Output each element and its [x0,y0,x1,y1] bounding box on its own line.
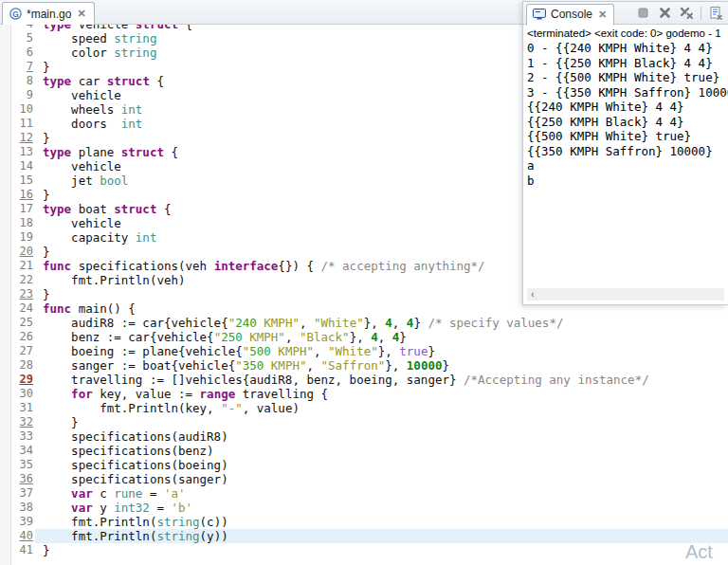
code-line-text[interactable]: audiR8 := car{vehicle{"240 KMPH", "White… [35,316,728,330]
console-output[interactable]: 0 - {{240 KMPH White} 4 4}1 - {{250 KMPH… [523,40,728,188]
code-line-text[interactable]: sanger := boat{vehicle{"350 KMPH", "Saff… [35,358,728,373]
close-icon[interactable]: ✕ [76,8,86,20]
line-number[interactable]: 34 [12,444,35,458]
line-number[interactable]: 36 [12,472,35,486]
line-number[interactable]: 24 [12,301,35,316]
code-line-text[interactable]: } [35,543,728,557]
close-icon[interactable]: ✕ [597,9,608,21]
scroll-left-icon[interactable]: ‹ [527,289,535,300]
console-line: {{250 KMPH Black} 4 4} [527,115,728,130]
code-line-text[interactable]: fmt.Println(key, "-", value) [35,401,728,415]
line-number[interactable]: 8 [12,74,35,88]
code-line-text[interactable]: var y int32 = 'b' [35,501,728,515]
code-line[interactable]: 38 var y int32 = 'b' [12,501,728,515]
code-line[interactable]: 26 benz := car{vehicle{"250 KMPH", "Blac… [12,330,728,344]
code-line[interactable]: 41} [12,543,728,557]
code-line-text[interactable]: var c rune = 'a' [35,486,728,501]
code-line[interactable]: 28 sanger := boat{vehicle{"350 KMPH", "S… [12,358,728,373]
console-tab-label: Console [551,8,592,21]
line-number[interactable]: 5 [12,31,35,46]
line-number[interactable]: 27 [12,344,35,358]
line-number[interactable]: 40 [12,529,35,543]
line-number[interactable]: 16 [12,188,35,202]
tab-console[interactable]: Console ✕ [526,4,614,26]
code-line-text[interactable]: boeing := plane{vehicle{"500 KMPH", "Whi… [35,344,728,358]
go-file-icon: G [9,8,22,20]
line-number[interactable]: 20 [12,245,35,259]
line-number[interactable]: 30 [12,387,35,401]
console-line: 2 - {{500 KMPH White} true} [527,70,728,85]
line-number[interactable]: 21 [12,259,35,273]
code-line[interactable]: 34 specifications(benz) [12,444,728,458]
code-line[interactable]: 36 specifications(sanger) [12,472,728,486]
code-line[interactable]: 37 var c rune = 'a' [12,486,728,501]
code-line-text[interactable]: specifications(audiR8) [35,429,728,444]
code-line-text[interactable]: fmt.Println(string(c)) [35,515,728,529]
code-line-text[interactable]: specifications(sanger) [35,472,728,486]
line-number[interactable]: 18 [12,216,35,230]
line-number[interactable]: 28 [12,358,35,373]
line-number[interactable]: 17 [12,202,35,216]
tab-main-go[interactable]: G *main.go ✕ [2,2,95,25]
line-number[interactable]: 37 [12,486,35,501]
console-line: {{500 KMPH White} true} [527,129,728,144]
line-number[interactable]: 11 [12,117,35,131]
console-line: 1 - {{250 KMPH Black} 4 4} [527,56,728,71]
console-line: 0 - {{240 KMPH White} 4 4} [527,41,728,56]
line-number[interactable]: 38 [12,501,35,515]
terminate-icon[interactable] [635,6,650,21]
code-line[interactable]: 33 specifications(audiR8) [12,429,728,444]
line-number[interactable]: 23 [12,287,35,301]
console-line: {{240 KMPH White} 4 4} [527,100,728,115]
code-line[interactable]: 40 fmt.Println(string(y)) [12,529,728,543]
annotation-ruler[interactable] [0,25,11,565]
code-line[interactable]: 32 } [12,415,728,429]
line-number[interactable]: 33 [12,429,35,444]
line-number[interactable]: 22 [12,273,35,287]
console-toolbar [635,6,728,21]
code-line[interactable]: 31 fmt.Println(key, "-", value) [12,401,728,415]
line-number[interactable]: 14 [12,159,35,173]
line-number[interactable]: 31 [12,401,35,415]
console-tabstrip: Console ✕ [523,2,728,25]
line-number[interactable]: 32 [12,415,35,429]
code-line-text[interactable]: specifications(boeing) [35,458,728,472]
ide-window: G *main.go ✕ 4type vehicle struct {5 spe… [0,0,728,565]
code-line-text[interactable]: } [35,415,728,429]
code-line-text[interactable]: for key, value := range travelling { [35,387,728,401]
line-number[interactable]: 39 [12,515,35,529]
svg-text:G: G [12,9,19,19]
toolbar-separator [701,7,701,20]
code-line[interactable]: 30 for key, value := range travelling { [12,387,728,401]
line-number[interactable]: 12 [12,131,35,145]
code-line-text[interactable]: travelling := []vehicles{audiR8, benz, b… [35,373,728,387]
line-number[interactable]: 4 [12,25,35,31]
code-line-text[interactable]: benz := car{vehicle{"250 KMPH", "Black"}… [35,330,728,344]
line-number[interactable]: 13 [12,145,35,159]
line-number[interactable]: 29 [12,373,35,387]
remove-all-terminated-icon[interactable] [679,6,694,21]
line-number[interactable]: 35 [12,458,35,472]
line-number[interactable]: 6 [12,46,35,60]
line-number[interactable]: 25 [12,316,35,330]
line-number[interactable]: 41 [12,543,35,557]
code-line-text[interactable]: fmt.Println(string(y)) [35,529,728,543]
code-line[interactable]: 35 specifications(boeing) [12,458,728,472]
console-horizontal-scrollbar[interactable]: ‹ [527,288,724,301]
code-line[interactable]: 29 travelling := []vehicles{audiR8, benz… [12,373,728,387]
console-view: Console ✕ [522,1,728,305]
line-number[interactable]: 9 [12,88,35,102]
clear-console-icon[interactable] [708,6,723,21]
code-line[interactable]: 39 fmt.Println(string(c)) [12,515,728,529]
remove-launch-icon[interactable] [657,6,672,21]
console-line: a [527,158,728,173]
line-number[interactable]: 19 [12,230,35,245]
code-line-text[interactable]: specifications(benz) [35,444,728,458]
line-number[interactable]: 10 [12,102,35,117]
line-number[interactable]: 15 [12,173,35,188]
code-line[interactable]: 27 boeing := plane{vehicle{"500 KMPH", "… [12,344,728,358]
line-number[interactable]: 7 [12,60,35,74]
line-number[interactable]: 26 [12,330,35,344]
console-line: {{350 KMPH Saffron} 10000} [527,144,728,159]
code-line[interactable]: 25 audiR8 := car{vehicle{"240 KMPH", "Wh… [12,316,728,330]
